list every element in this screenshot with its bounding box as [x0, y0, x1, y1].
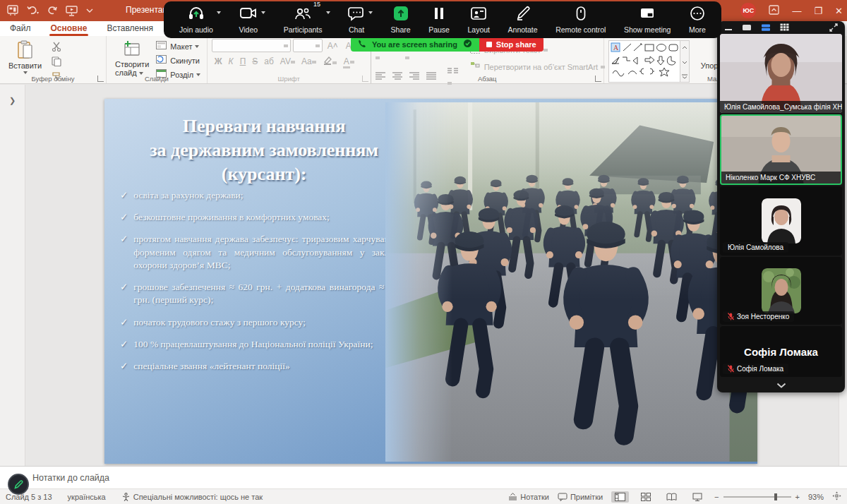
new-slide-button[interactable]: Створитислайд	[111, 39, 153, 78]
layout-button-zoom[interactable]: Layout	[468, 6, 491, 34]
reset-button[interactable]: Скинути	[156, 55, 200, 66]
comments-toggle-button[interactable]: Примітки	[558, 493, 603, 501]
slide-thumbnail-pane-collapsed[interactable]: ❯	[0, 85, 25, 466]
zoom-out-icon[interactable]: −	[714, 493, 719, 501]
chat-chevron-icon[interactable]	[368, 11, 373, 14]
show-meeting-button[interactable]: Show meeting	[624, 6, 671, 34]
remote-control-button[interactable]: Remote control	[555, 6, 606, 34]
accessibility-status[interactable]: Спеціальні можливості: щось не так	[121, 493, 263, 501]
account-avatar[interactable]: ЮС	[740, 3, 756, 18]
share-button[interactable]: Share	[391, 6, 411, 34]
avatar-photo	[762, 198, 801, 244]
annotate-button[interactable]: Annotate	[508, 6, 538, 34]
undo-icon[interactable]	[27, 6, 39, 16]
slideshow-view-button[interactable]	[689, 491, 706, 503]
speaker-view-icon[interactable]	[742, 23, 752, 33]
tab-insert[interactable]: Вставлення	[97, 21, 163, 36]
notes-placeholder[interactable]: Нотатки до слайда	[32, 473, 109, 483]
tab-file[interactable]: Файл	[0, 21, 41, 36]
font-name-select[interactable]	[212, 39, 291, 52]
start-presentation-icon[interactable]	[66, 6, 78, 16]
zoom-annotate-widget[interactable]	[8, 474, 29, 495]
zoom-slider-thumb[interactable]	[774, 493, 777, 500]
chat-icon	[348, 6, 365, 23]
accessibility-person-icon	[121, 493, 131, 501]
panel-minimize-icon[interactable]	[724, 23, 733, 33]
shapes-scroll-up-icon[interactable]	[682, 42, 687, 52]
slide-number-indicator[interactable]: Слайд 5 з 13	[6, 493, 52, 501]
quick-access-chevron-icon[interactable]	[86, 8, 93, 13]
font-color-button[interactable]: А	[340, 56, 357, 67]
underline-button[interactable]: П	[237, 56, 249, 67]
green-pencil-icon	[13, 479, 24, 490]
slides-group: Створитислайд Макет Скинути Розділ Слайд…	[107, 36, 208, 83]
reading-view-button[interactable]	[663, 491, 680, 503]
cut-icon[interactable]	[52, 42, 63, 53]
app-grid-icon[interactable]	[7, 5, 18, 16]
minimize-button[interactable]: —	[792, 6, 801, 16]
notes-pane[interactable]: Нотатки до слайда	[0, 466, 847, 488]
participant-name-label: Зоя Несторенко	[723, 311, 794, 322]
chevron-down-icon	[776, 383, 786, 388]
gallery-view-icon[interactable]	[780, 23, 789, 33]
video-tile-2-active-speaker[interactable]: Ніколенко Марк СФ ХНУВС	[720, 114, 842, 185]
italic-button[interactable]: К	[226, 56, 236, 67]
layout-button[interactable]: Макет	[156, 41, 200, 52]
join-audio-button[interactable]: Join audio	[179, 6, 221, 34]
language-indicator[interactable]: українська	[68, 493, 106, 501]
layout-icon	[470, 6, 487, 23]
video-chevron-icon[interactable]	[261, 11, 265, 14]
avatar-tile-3[interactable]: Юлія Самойлова	[720, 186, 842, 256]
clipboard-group: Вставити Буфер обміну	[0, 36, 107, 83]
smartart-button[interactable]: Перетворити на об’єкт SmartArt	[470, 61, 605, 73]
strip-view-icon[interactable]	[761, 23, 771, 33]
video-tile-1[interactable]: Юлія Самойлова_Сумська філія ХНУ...	[720, 34, 842, 113]
notes-toggle-icon	[508, 493, 517, 500]
avatar-tile-4[interactable]: Зоя Несторенко	[720, 257, 842, 325]
notes-toggle-button[interactable]: Нотатки	[508, 493, 549, 501]
shapes-scroll-down-icon[interactable]	[682, 56, 687, 66]
pause-button[interactable]: Pause	[428, 6, 450, 34]
highlight-color-button[interactable]	[320, 55, 340, 68]
panel-scroll-down-chevron[interactable]	[717, 378, 845, 392]
paragraph-dialog-launcher[interactable]	[595, 76, 601, 82]
chat-button[interactable]: Chat	[348, 6, 373, 34]
zoom-percentage[interactable]: 93%	[808, 493, 824, 501]
ribbon-display-options-icon[interactable]	[769, 5, 779, 17]
copy-icon[interactable]	[52, 56, 63, 68]
participant-name-label: Софія Ломака	[723, 364, 788, 374]
slide-canvas[interactable]: Переваги навчання за державним замовленн…	[104, 99, 757, 464]
panel-expand-icon[interactable]	[829, 23, 838, 34]
zoom-in-icon[interactable]: +	[795, 493, 800, 501]
join-audio-chevron-icon[interactable]	[217, 11, 221, 14]
change-case-button[interactable]: Аа	[299, 56, 319, 67]
tab-home[interactable]: Основне	[41, 21, 97, 36]
clipboard-dialog-launcher[interactable]	[97, 76, 104, 82]
font-size-select[interactable]	[293, 39, 323, 52]
font-dialog-launcher[interactable]	[362, 76, 368, 82]
video-button[interactable]: Video	[239, 6, 265, 34]
document-title: Презентаці	[126, 5, 164, 15]
stop-icon	[486, 42, 492, 47]
strikethrough-button[interactable]: S	[249, 56, 260, 67]
normal-view-button[interactable]	[611, 491, 629, 503]
bold-button[interactable]: Ж	[212, 56, 225, 67]
increase-font-button[interactable]: А˄	[325, 40, 341, 52]
slide-sorter-view-button[interactable]	[637, 491, 654, 503]
smartart-icon	[470, 61, 481, 73]
restore-button[interactable]: ❐	[814, 6, 822, 16]
more-button[interactable]: More	[689, 6, 706, 34]
expand-pane-chevron-icon[interactable]: ❯	[9, 96, 16, 105]
participants-button[interactable]: 15 Participants	[284, 6, 330, 34]
text-shadow-button[interactable]: аб	[261, 56, 277, 67]
zoom-slider[interactable]: − +	[714, 493, 800, 501]
character-spacing-button[interactable]: AV	[277, 56, 298, 67]
name-tile-5[interactable]: Софія Ломака Софія Ломака	[720, 326, 842, 377]
participants-icon: 15	[294, 6, 312, 23]
participants-chevron-icon[interactable]	[326, 11, 330, 14]
close-button[interactable]: ✕	[835, 6, 843, 16]
redo-icon[interactable]	[47, 6, 57, 16]
fit-to-window-icon[interactable]	[832, 491, 841, 502]
stop-share-button[interactable]: Stop share	[479, 37, 543, 52]
paste-button[interactable]: Вставити	[4, 39, 46, 76]
